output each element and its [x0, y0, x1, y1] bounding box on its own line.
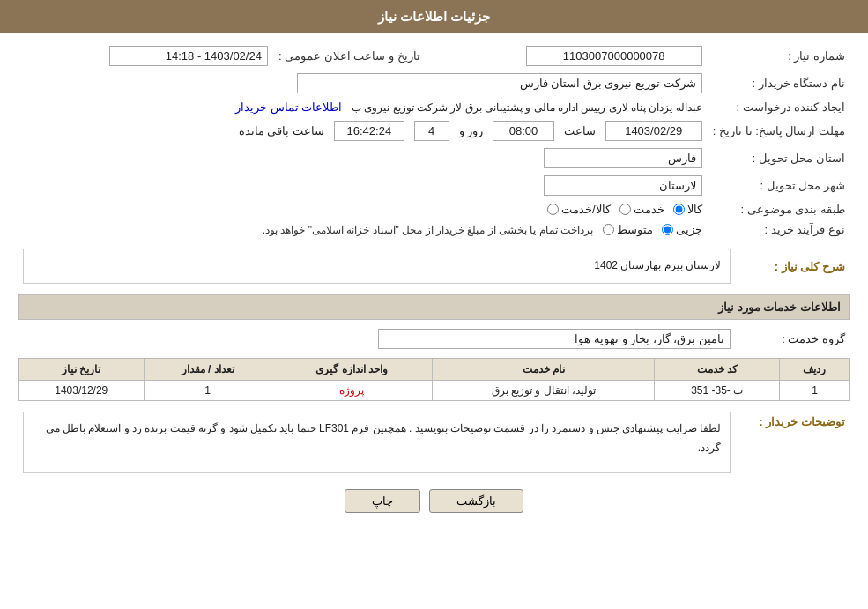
mohlat-mande: 16:42:24	[334, 121, 404, 141]
tabaqe-khedmat-label: خدمت	[634, 203, 664, 216]
mohlat-saat-label: ساعت	[564, 124, 596, 137]
tabaqe-kala-khedmat-radio[interactable]	[547, 204, 559, 215]
navae-desc: پرداخت تمام یا بخشی از مبلغ خریدار از مح…	[263, 224, 593, 236]
cell-count: 1	[145, 381, 271, 401]
navae-jozi-radio[interactable]	[662, 224, 673, 235]
tawzihat-label: توضیحات خریدار :	[736, 408, 850, 477]
col-header-unit: واحد اندازه گیری	[271, 359, 433, 381]
ijad-value: عبداله یزدان پناه لاری رییس اداره مالی و…	[352, 101, 702, 114]
tarikh-elan-label: تاریخ و ساعت اعلان عمومی :	[273, 42, 426, 70]
table-row: 1ت -35- 351تولید، انتقال و توزیع برقپروژ…	[19, 381, 850, 401]
goroh-label: گروه خدمت :	[736, 325, 850, 353]
mohlat-rooz: 4	[414, 121, 449, 141]
navae-motavasset-radio[interactable]	[603, 224, 614, 235]
sharh-section-label: شرح کلی نیاز :	[736, 245, 850, 287]
col-header-count: تعداد / مقدار	[145, 359, 271, 381]
button-row: بازگشت چاپ	[18, 489, 850, 513]
print-button[interactable]: چاپ	[345, 489, 420, 513]
tabaqe-khedmat-item: خدمت	[619, 203, 664, 216]
col-header-date: تاریخ نیاز	[19, 359, 145, 381]
tabaqe-group: کالا/خدمت خدمت کالا	[547, 203, 702, 216]
col-header-radif: ردیف	[779, 359, 849, 381]
nam-dastgah-value: شرکت توزیع نیروی برق استان فارس	[297, 73, 702, 93]
sharh-value: لارستان بیرم بهارستان 1402	[23, 249, 731, 284]
tabaqe-kala-khedmat-item: کالا/خدمت	[547, 203, 611, 216]
tabaqe-khedmat-radio[interactable]	[619, 204, 631, 215]
nam-dastgah-label: نام دستگاه خریدار :	[708, 70, 850, 97]
khadamat-header: اطلاعات خدمات مورد نیاز	[18, 294, 850, 320]
navae-motavasset-item: متوسط	[603, 223, 653, 236]
tabaqe-kala-radio[interactable]	[673, 204, 685, 215]
cell-name: تولید، انتقال و توزیع برق	[433, 381, 655, 401]
cell-radif: 1	[779, 381, 849, 401]
goroh-value: تامین برق، گاز، بخار و تهویه هوا	[378, 329, 731, 349]
services-table: ردیف کد خدمت نام خدمت واحد اندازه گیری ت…	[18, 358, 850, 401]
back-button[interactable]: بازگشت	[429, 489, 523, 513]
cell-code: ت -35- 351	[655, 381, 780, 401]
navae-label: نوع فرآیند خرید :	[708, 219, 850, 240]
mohlat-saat: 08:00	[493, 121, 554, 141]
page-title: جزئیات اطلاعات نیاز	[378, 9, 490, 24]
tabaqe-label: طبقه بندی موضوعی :	[708, 199, 850, 219]
mohlat-label: مهلت ارسال پاسخ: تا تاریخ :	[708, 117, 850, 145]
contact-link[interactable]: اطلاعات تماس خریدار	[235, 100, 342, 114]
ostan-value: فارس	[544, 148, 702, 168]
tawzihat-value: لطفا ضرایب پیشنهادی جنس و دستمزد را در ق…	[23, 412, 731, 473]
navae-group: متوسط جزیی	[603, 223, 702, 236]
navae-motavasset-label: متوسط	[617, 223, 653, 236]
tabaqe-kala-khedmat-label: کالا/خدمت	[561, 203, 611, 216]
navae-jozi-label: جزیی	[676, 223, 702, 236]
mohlat-date: 1403/02/29	[605, 121, 702, 141]
col-header-code: کد خدمت	[655, 359, 780, 381]
mohlat-mande-label: ساعت باقی مانده	[239, 124, 324, 137]
col-header-name: نام خدمت	[433, 359, 655, 381]
cell-date: 1403/12/29	[19, 381, 145, 401]
shomara-niaz-value: 1103007000000078	[526, 46, 702, 66]
tarikh-elan-value: 1403/02/24 - 14:18	[109, 46, 268, 66]
mohlat-rooz-label: روز و	[459, 124, 484, 137]
tabaqe-kala-label: کالا	[687, 203, 702, 216]
ostan-label: استان محل تحویل :	[708, 145, 850, 172]
shomara-niaz-label: شماره نیاز :	[708, 42, 850, 70]
navae-jozi-item: جزیی	[662, 223, 702, 236]
shahr-label: شهر محل تحویل :	[708, 172, 850, 199]
page-header: جزئیات اطلاعات نیاز	[0, 0, 868, 33]
shahr-value: لارستان	[544, 175, 702, 196]
ijad-label: ایجاد کننده درخواست :	[708, 97, 850, 117]
tabaqe-kala-item: کالا	[673, 203, 702, 216]
cell-unit: پروژه	[271, 381, 433, 401]
